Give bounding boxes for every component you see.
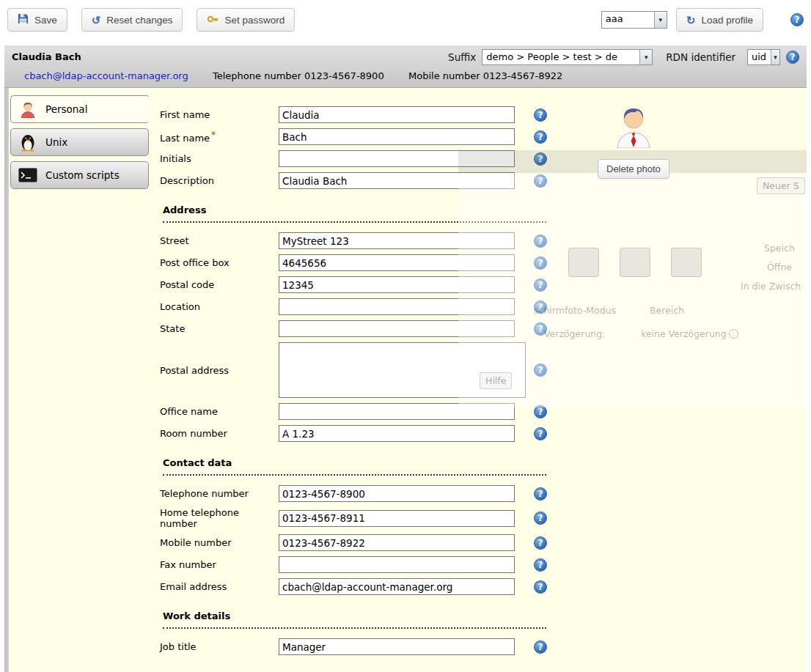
top-toolbar: Save ↺ Reset changes Set password aaa ▾ … (0, 0, 811, 40)
help-icon[interactable]: ? (534, 174, 547, 188)
chevron-down-icon: ▾ (771, 50, 779, 64)
room-number-input[interactable] (279, 425, 515, 442)
tab-personal[interactable]: Personal (10, 95, 150, 123)
help-icon[interactable]: ? (534, 536, 547, 550)
initials-input[interactable] (279, 150, 515, 167)
delete-photo-button-label: Delete photo (606, 163, 661, 174)
telephone-number-input[interactable] (279, 485, 515, 502)
set-password-button[interactable]: Set password (197, 8, 295, 32)
help-icon[interactable]: ? (534, 278, 547, 292)
help-icon[interactable]: ? (534, 235, 547, 248)
location-input[interactable] (279, 298, 515, 315)
help-icon[interactable]: ? (534, 256, 547, 270)
field-row-description: Description ? (160, 172, 807, 189)
post-office-box-input[interactable] (279, 254, 515, 271)
help-icon[interactable]: ? (534, 108, 547, 122)
last-name-label: Last name (160, 133, 210, 144)
profile-select[interactable]: aaa ▾ (601, 11, 667, 29)
chevron-down-icon: ▾ (654, 12, 667, 28)
rdn-identifier-label: RDN identifier (666, 51, 735, 63)
account-mobile-text: Mobile number 0123-4567-8922 (408, 70, 562, 81)
field-row-telephone-number: Telephone number ? (160, 485, 807, 502)
first-name-input[interactable] (279, 106, 515, 123)
home-telephone-number-input[interactable] (279, 510, 515, 527)
user-photo (598, 103, 669, 150)
office-name-input[interactable] (279, 403, 515, 420)
email-address-input[interactable] (279, 578, 515, 595)
rdn-identifier-select[interactable]: uid ▾ (747, 49, 780, 65)
suffix-select-value: demo > People > test > de (482, 50, 639, 64)
help-icon[interactable]: ? (534, 580, 547, 594)
field-row-office-name: Office name ? (160, 403, 807, 420)
account-telephone-text: Telephone number 0123-4567-8900 (213, 70, 384, 81)
field-row-location: Location ? (160, 298, 807, 315)
postal-address-textarea[interactable] (279, 342, 526, 398)
field-row-postal-address: Postal address ? (160, 342, 807, 398)
field-row-room-number: Room number ? (160, 425, 807, 442)
tab-custom-scripts-label: Custom scripts (45, 169, 120, 181)
tux-penguin-icon (18, 133, 38, 152)
field-row-state: State ? (160, 320, 807, 337)
account-email-link[interactable]: cbach@ldap-account-manager.org (24, 70, 188, 81)
field-row-email-address: Email address ? (160, 578, 807, 595)
field-row-job-title: Job title ? (160, 638, 807, 655)
reset-changes-button[interactable]: ↺ Reset changes (81, 8, 183, 32)
reset-icon: ↺ (92, 15, 101, 26)
mobile-number-label: Mobile number (160, 537, 279, 548)
room-number-label: Room number (160, 428, 279, 439)
street-input[interactable] (279, 232, 515, 249)
job-title-label: Job title (160, 641, 279, 652)
delete-photo-button[interactable]: Delete photo (598, 159, 669, 179)
photo-block: Delete photo (598, 103, 669, 179)
help-icon[interactable]: ? (790, 13, 804, 26)
help-icon[interactable]: ? (534, 130, 547, 144)
location-label: Location (160, 301, 279, 312)
module-tabs: Personal Unix (4, 88, 149, 672)
help-icon[interactable]: ? (534, 427, 547, 440)
help-icon[interactable]: ? (534, 300, 547, 314)
tab-unix[interactable]: Unix (10, 128, 149, 156)
field-row-home-telephone-number: Home telephone number ? (160, 507, 807, 529)
help-icon[interactable]: ? (534, 152, 547, 166)
account-header: Claudia Bach Suffix demo > People > test… (4, 45, 807, 88)
person-icon (18, 100, 38, 118)
load-profile-button[interactable]: ↻ Load profile (676, 8, 763, 32)
save-button-label: Save (34, 15, 57, 26)
help-icon[interactable]: ? (534, 512, 547, 525)
set-password-button-label: Set password (224, 15, 285, 26)
section-address: Address (163, 204, 546, 223)
description-input[interactable] (279, 172, 515, 189)
state-label: State (160, 323, 279, 334)
field-row-first-name: First name ? (160, 106, 807, 123)
field-row-street: Street ? (160, 232, 807, 249)
field-row-postal-code: Postal code ? (160, 276, 807, 293)
suffix-select[interactable]: demo > People > test > de ▾ (482, 49, 653, 65)
field-row-mobile-number: Mobile number ? (160, 534, 807, 551)
section-contact-data: Contact data (163, 457, 546, 476)
fax-number-input[interactable] (279, 556, 515, 573)
first-name-label: First name (160, 109, 279, 120)
tab-custom-scripts[interactable]: Custom scripts (10, 161, 149, 189)
help-icon[interactable]: ? (534, 640, 547, 654)
tab-unix-label: Unix (45, 136, 67, 148)
help-icon[interactable]: ? (534, 363, 547, 377)
profile-select-value: aaa (602, 12, 654, 28)
last-name-input[interactable] (279, 128, 515, 145)
field-row-last-name: Last name* ? (160, 128, 807, 145)
help-icon[interactable]: ? (534, 487, 547, 501)
field-row-fax-number: Fax number ? (160, 556, 807, 573)
post-office-box-label: Post office box (160, 257, 279, 268)
page-title: Claudia Bach (12, 51, 81, 62)
help-icon[interactable]: ? (786, 51, 799, 64)
help-icon[interactable]: ? (534, 558, 547, 572)
save-button[interactable]: Save (7, 8, 67, 32)
help-icon[interactable]: ? (534, 405, 547, 418)
load-profile-icon: ↻ (686, 15, 696, 26)
help-icon[interactable]: ? (534, 322, 547, 336)
key-icon (207, 13, 219, 27)
postal-code-input[interactable] (279, 276, 515, 293)
state-input[interactable] (279, 320, 515, 337)
job-title-input[interactable] (279, 638, 515, 655)
mobile-number-input[interactable] (279, 534, 515, 551)
email-address-label: Email address (160, 581, 279, 592)
